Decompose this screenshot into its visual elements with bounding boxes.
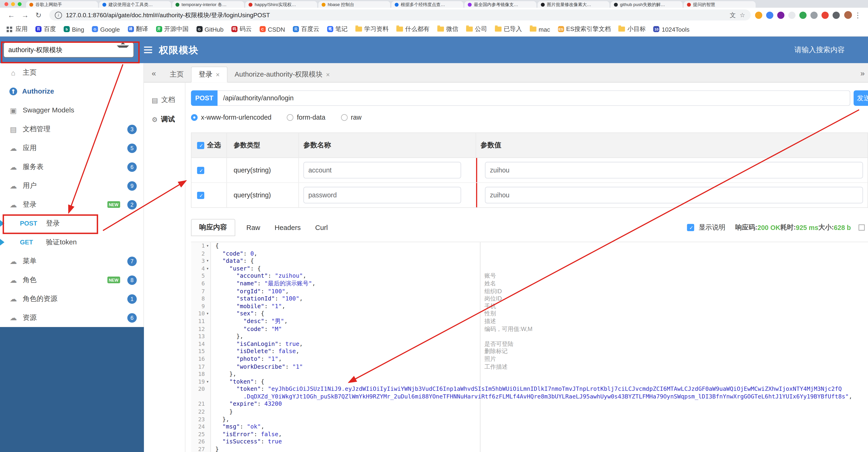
bookmark-item[interactable]: 应用 xyxy=(6,25,28,33)
radio-icon[interactable] xyxy=(287,114,293,121)
page-info-icon[interactable]: i xyxy=(55,11,62,19)
content-tab[interactable]: 登录× xyxy=(191,66,227,83)
bookmark-item[interactable]: 开开源中国 xyxy=(156,25,188,33)
bookmark-star-icon[interactable]: ☆ xyxy=(740,11,745,19)
profile-avatar[interactable] xyxy=(844,11,852,19)
bookmark-item[interactable]: 笔笔记 xyxy=(327,25,347,33)
response-tab[interactable]: Raw xyxy=(246,224,260,231)
extension-icon[interactable] xyxy=(788,11,796,19)
sidebar-item[interactable]: Authorize xyxy=(0,82,144,101)
sidebar-item-post-endpoint[interactable]: POST登录 xyxy=(0,214,144,233)
collapse-tabs-icon[interactable]: « xyxy=(144,69,162,82)
send-button[interactable]: 发送 xyxy=(854,90,868,106)
sidebar-item[interactable]: ▤文档管理3 xyxy=(0,120,144,139)
close-tab-icon[interactable]: × xyxy=(216,71,220,79)
expand-tabs-icon[interactable]: » xyxy=(860,69,865,78)
sidebar-item[interactable]: ☁角色的资源1 xyxy=(0,289,144,308)
close-window-icon[interactable] xyxy=(4,2,8,6)
browser-menu-icon[interactable]: ⋮ xyxy=(854,11,861,19)
minimize-window-icon[interactable] xyxy=(11,2,15,6)
sidebar-item[interactable]: ⌂主页 xyxy=(0,63,144,82)
response-tab[interactable]: Curl xyxy=(315,224,328,231)
sidebar-item[interactable]: ☁菜单7 xyxy=(0,252,144,271)
content-type-option[interactable]: raw xyxy=(341,114,362,121)
content-type-option[interactable]: form-data xyxy=(287,114,325,121)
window-controls[interactable] xyxy=(4,2,22,6)
param-value-input[interactable] xyxy=(485,162,863,178)
bookmark-item[interactable]: 什么都有 xyxy=(396,25,430,33)
bookmark-item[interactable]: 云百度云 xyxy=(293,25,319,33)
show-description-checkbox[interactable] xyxy=(687,224,694,231)
sidebar-item[interactable]: ☁登录NEW2 xyxy=(0,195,144,214)
extension-icon[interactable] xyxy=(755,11,762,19)
browser-tab[interactable]: 最全国内参考镜像支… xyxy=(464,1,536,8)
param-checkbox[interactable] xyxy=(197,167,204,174)
bookmark-item[interactable]: GGoogle xyxy=(92,26,120,33)
sidebar-item[interactable]: ☁应用5 xyxy=(0,139,144,157)
param-value-input[interactable] xyxy=(485,187,863,203)
response-tab[interactable]: Headers xyxy=(275,224,301,231)
sidebar-item[interactable]: ☁角色NEW8 xyxy=(0,271,144,289)
close-tab-icon[interactable]: × xyxy=(326,71,330,79)
fold-caret-icon[interactable]: ▾ xyxy=(205,257,210,265)
content-tab[interactable]: 主页 xyxy=(163,67,191,82)
radio-icon[interactable] xyxy=(191,114,198,121)
maximize-window-icon[interactable] xyxy=(18,2,22,6)
bookmark-item[interactable]: 码码云 xyxy=(231,25,252,33)
browser-tab[interactable]: 谷歌上网助手 xyxy=(26,1,98,8)
browser-tab[interactable]: github push失败的解… xyxy=(611,1,683,8)
radio-icon[interactable] xyxy=(341,114,347,121)
reload-icon[interactable]: ↻ xyxy=(35,11,41,19)
browser-tab[interactable]: 建议使用这个工具类… xyxy=(99,1,171,8)
bookmark-item[interactable]: 小目标 xyxy=(619,25,646,33)
bookmark-item[interactable]: 百百度 xyxy=(35,25,56,33)
bookmark-item[interactable]: mac xyxy=(530,26,550,33)
sidebar-item[interactable]: ☁资源6 xyxy=(0,308,144,327)
fold-caret-icon[interactable]: ▾ xyxy=(205,265,210,272)
browser-tab[interactable]: 图片批量修改像素大… xyxy=(537,1,610,8)
extension-icon[interactable] xyxy=(799,11,807,19)
fold-caret-icon[interactable]: ▾ xyxy=(205,378,210,385)
extension-icon[interactable] xyxy=(777,11,784,19)
bookmark-item[interactable]: 译翻译 xyxy=(128,25,148,33)
param-checkbox[interactable] xyxy=(197,192,204,199)
fold-caret-icon[interactable]: ▾ xyxy=(205,242,210,250)
response-tab[interactable]: 响应内容 xyxy=(191,219,236,236)
sidebar-item[interactable]: ▣Swagger Models xyxy=(0,101,144,120)
select-all-checkbox[interactable] xyxy=(197,142,204,149)
extension-icon[interactable] xyxy=(822,11,829,19)
bookmark-item[interactable]: bBing xyxy=(64,26,84,33)
sidebar-item[interactable]: ☁服务表6 xyxy=(0,157,144,176)
docnav-item-文档[interactable]: ▤文档 xyxy=(144,90,185,110)
request-path-input[interactable] xyxy=(218,90,850,106)
bookmark-item[interactable]: 公司 xyxy=(466,25,487,33)
fullscreen-icon[interactable] xyxy=(859,224,865,230)
back-icon[interactable]: ← xyxy=(8,11,15,19)
bookmark-item[interactable]: GGitHub xyxy=(196,26,223,33)
browser-tab[interactable]: 根据多个经纬度点查… xyxy=(392,1,464,8)
param-name-input[interactable] xyxy=(303,187,461,203)
browser-tab[interactable]: 提问的智慧 xyxy=(684,1,756,8)
menu-hamburger-icon[interactable] xyxy=(144,47,152,53)
translate-icon[interactable]: 文 xyxy=(730,11,736,19)
bookmark-item[interactable]: 学习资料 xyxy=(355,25,389,33)
extension-icon[interactable] xyxy=(810,11,817,19)
bookmark-item[interactable]: 已导入 xyxy=(495,25,522,33)
browser-tab[interactable]: hbase 控制台 xyxy=(318,1,390,8)
extension-icon[interactable] xyxy=(833,11,840,19)
sidebar-item-get-endpoint[interactable]: GET验证token xyxy=(0,233,144,252)
bookmark-item[interactable]: 101024Tools xyxy=(653,26,689,33)
module-select[interactable]: authority-权限模块 xyxy=(3,42,134,58)
browser-tab[interactable]: temporary-interior 各… xyxy=(172,1,244,8)
browser-tab[interactable]: happy/Shiro实现权… xyxy=(245,1,317,8)
content-tab[interactable]: Authorize-authority-权限模块× xyxy=(227,67,337,82)
param-name-input[interactable] xyxy=(303,162,461,178)
docnav-item-调试[interactable]: ⚙调试 xyxy=(144,110,185,129)
fold-caret-icon[interactable]: ▾ xyxy=(205,310,210,317)
bookmark-item[interactable]: ESES搜索引擎文档 xyxy=(558,25,611,33)
url-omnibox[interactable]: i 127.0.0.1:8760/api/gate/doc.html#/auth… xyxy=(49,9,751,21)
search-input[interactable]: 请输入搜索内容 xyxy=(794,45,845,55)
forward-icon[interactable]: → xyxy=(22,11,29,19)
bookmark-item[interactable]: 微信 xyxy=(437,25,458,33)
bookmark-item[interactable]: CCSDN xyxy=(259,26,285,33)
